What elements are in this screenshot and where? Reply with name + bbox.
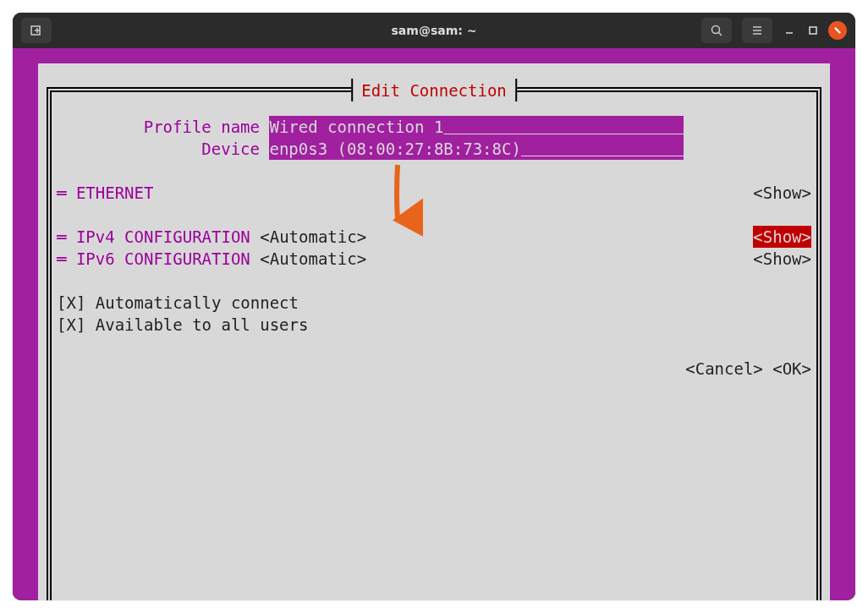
auto-connect-checkbox[interactable]: [X] Automatically connect [57, 292, 299, 314]
ethernet-show-button[interactable]: <Show> [753, 182, 811, 204]
svg-rect-9 [810, 27, 816, 34]
ok-button[interactable]: <OK> [772, 359, 811, 378]
close-button[interactable] [828, 21, 847, 40]
terminal-area: Edit Connection Profile name Wired conne… [13, 48, 855, 600]
svg-line-4 [719, 33, 722, 36]
profile-name-input[interactable]: Wired connection 1 [269, 116, 684, 138]
device-input[interactable]: enp0s3 (08:00:27:8B:73:8C) [269, 138, 684, 160]
ipv6-mode-selector[interactable]: <Automatic> [260, 248, 366, 270]
svg-point-3 [712, 26, 720, 34]
svg-line-11 [835, 28, 840, 33]
ethernet-section-label: ETHERNET [76, 182, 154, 204]
minimize-button[interactable] [781, 22, 798, 39]
search-button[interactable] [701, 18, 732, 43]
device-label: Device [57, 138, 260, 160]
cancel-button[interactable]: <Cancel> [685, 359, 763, 378]
ipv4-mode-selector[interactable]: <Automatic> [260, 226, 366, 248]
new-tab-button[interactable] [21, 18, 52, 43]
available-all-users-checkbox[interactable]: [X] Available to all users [57, 314, 308, 336]
ipv4-section-label: IPv4 CONFIGURATION [76, 226, 250, 248]
titlebar: sam@sam: ~ [13, 13, 855, 48]
maximize-button[interactable] [805, 22, 821, 39]
ipv4-show-button[interactable]: <Show> [753, 226, 811, 248]
hamburger-menu-button[interactable] [742, 18, 772, 43]
terminal-window: sam@sam: ~ [13, 13, 855, 600]
profile-name-label: Profile name [57, 116, 260, 138]
ipv6-show-button[interactable]: <Show> [753, 248, 811, 270]
ipv6-section-label: IPv6 CONFIGURATION [76, 248, 250, 270]
nmtui-panel: Edit Connection Profile name Wired conne… [38, 63, 830, 600]
panel-title: Edit Connection [351, 79, 517, 101]
